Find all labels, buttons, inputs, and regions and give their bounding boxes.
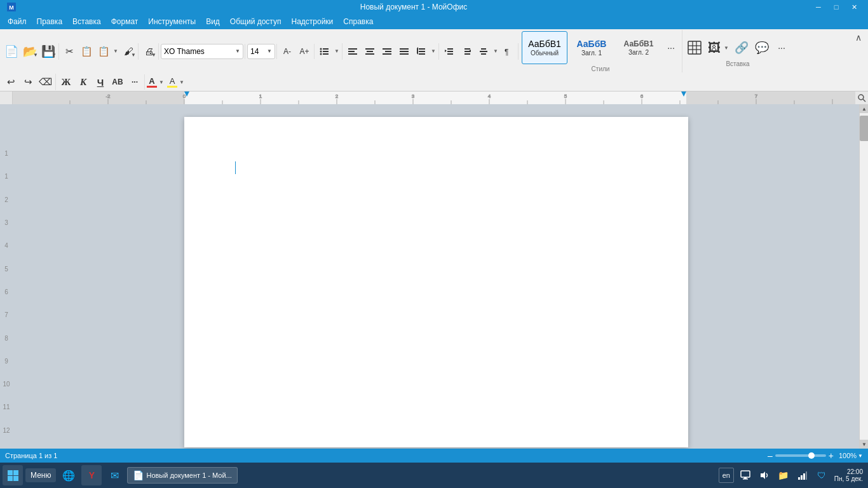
tray-volume-icon[interactable] [757,468,772,483]
zoom-plus-button[interactable]: + [829,451,834,461]
line-spacing-button[interactable] [413,43,430,60]
svg-rect-42 [686,92,855,104]
more-format-button[interactable]: ··· [126,74,143,90]
close-button[interactable]: ✕ [845,0,863,14]
paste-button[interactable]: 📋 [95,43,112,60]
clear-format-button[interactable]: ⌫ [37,74,54,90]
new-button[interactable]: 📄 [3,43,20,60]
bullet-list-button[interactable] [316,43,333,60]
menu-view[interactable]: Вид [201,16,225,27]
tray-signal-icon[interactable] [795,468,810,483]
document-area[interactable] [13,104,859,449]
list-format-arrow[interactable]: ▼ [492,43,499,60]
clipboard-group: ✂ 📋 📋 ▼ 🖌▼ [60,43,139,60]
zoom-minus-button[interactable]: – [768,451,773,461]
menu-edit[interactable]: Правка [32,16,68,27]
toolbar-collapse-button[interactable]: ∧ [850,30,867,44]
font-size-group: 14 ▼ [246,44,277,59]
underline-button[interactable]: Ч [92,74,109,90]
menu-addons[interactable]: Надстройки [286,16,338,27]
spacing-arrow[interactable]: ▼ [430,43,437,60]
ruler-left-margin [0,92,13,104]
search-button[interactable] [855,92,868,104]
print-button[interactable]: 🖨▼ [140,43,157,60]
zoom-track[interactable] [775,454,826,457]
tray-shield-icon[interactable]: 🛡 [814,468,829,483]
zoom-value[interactable]: 100% ▼ [839,452,863,459]
maximize-button[interactable]: □ [827,0,845,14]
menu-button[interactable]: Меню [25,468,56,482]
scroll-thumb[interactable] [860,116,868,141]
document-page[interactable] [184,117,688,447]
align-left-button[interactable] [344,43,361,60]
menu-tools[interactable]: Инструменты [143,16,201,27]
menu-format[interactable]: Формат [106,16,144,27]
format-painter-button[interactable]: 🖌▼ [120,43,137,60]
bold-button[interactable]: Ж [58,74,74,90]
style-heading2[interactable]: АаБбВ1 Загл. 2 [616,31,661,64]
taskbar-icon-1[interactable]: 🌐 [58,465,79,485]
highlight-color-button[interactable]: А [167,76,177,88]
paste-arrow[interactable]: ▼ [112,43,119,60]
scroll-up-button[interactable]: ▲ [860,104,868,113]
align-right-button[interactable] [379,43,395,60]
scroll-down-button[interactable]: ▼ [860,440,868,449]
svg-rect-83 [744,477,747,478]
indent-decrease-button[interactable] [441,43,458,60]
list-format-button[interactable] [475,43,492,60]
cut-button[interactable]: ✂ [61,43,78,60]
style-heading1[interactable]: АаБбВ Загл. 1 [569,31,614,64]
menu-file[interactable]: Файл [3,16,32,27]
font-name-select[interactable]: XO Thames ▼ [161,44,243,59]
indent-increase-button[interactable] [458,43,475,60]
active-app-button[interactable]: 📄 Новый документ 1 - Мой... [127,467,237,484]
insert-image-arrow[interactable]: ▼ [722,39,730,56]
allcaps-button[interactable]: АВ [109,74,126,90]
copy-button[interactable]: 📋 [78,43,95,60]
font-increase-button[interactable]: A+ [296,44,313,59]
menu-insert[interactable]: Вставка [67,16,106,27]
redo-button[interactable]: ↪ [20,74,36,90]
font-color-arrow[interactable]: ▼ [158,74,165,90]
align-center-button[interactable] [362,43,378,60]
insert-comment-button[interactable]: 💬 [753,36,771,59]
undo-button[interactable]: ↩ [3,74,19,90]
menu-help[interactable]: Справка [338,16,378,27]
insert-section-label: Вставка [686,60,790,67]
insert-more-button[interactable]: ··· [773,36,790,59]
highlight-color-arrow[interactable]: ▼ [178,74,186,90]
open-button[interactable]: 📂▼ [21,43,39,60]
insert-link-button[interactable]: 🔗 [733,36,750,59]
bullet-list-arrow[interactable]: ▼ [333,43,341,60]
show-marks-button[interactable]: ¶ [500,43,517,60]
svg-text:0: 0 [183,93,186,99]
insert-table-button[interactable] [686,36,703,59]
clock-date: Пн, 5 дек. [834,475,863,482]
scroll-track[interactable] [860,113,868,440]
svg-text:1: 1 [259,93,262,99]
save-button[interactable]: 💾▼ [39,43,57,60]
font-color-button[interactable]: А [147,76,157,88]
margin-num-6: 5 [4,264,8,287]
font-decrease-button[interactable]: A- [279,44,295,59]
tray-display-icon[interactable] [738,468,753,483]
tray-keyboard-icon[interactable]: en [719,468,734,483]
style-normal[interactable]: АаБбВ1 Обычный [522,31,567,64]
font-size-select[interactable]: 14 ▼ [247,44,275,59]
page-info: Страница 1 из 1 [5,452,57,459]
italic-button[interactable]: К [75,74,92,90]
clock[interactable]: 22:00 Пн, 5 дек. [832,468,865,482]
tray-folder-icon[interactable]: 📁 [776,468,791,483]
menu-share[interactable]: Общий доступ [225,16,287,27]
taskbar-icon-2[interactable]: Y [81,465,102,485]
insert-image-button[interactable]: 🖼 [706,36,722,59]
zoom-thumb[interactable] [808,452,815,459]
svg-rect-30 [465,53,470,55]
styles-more-button[interactable]: ··· [663,31,679,64]
minimize-button[interactable]: ─ [810,0,827,14]
start-icon[interactable] [3,465,23,485]
toolbar-row-2: ↩ ↪ ⌫ Ж К Ч АВ ··· А ▼ А ▼ [0,73,868,91]
align-justify-button[interactable] [396,43,412,60]
taskbar-icon-3[interactable]: ✉ [104,465,125,485]
font-format-group: Ж К Ч АВ ··· [57,74,145,90]
